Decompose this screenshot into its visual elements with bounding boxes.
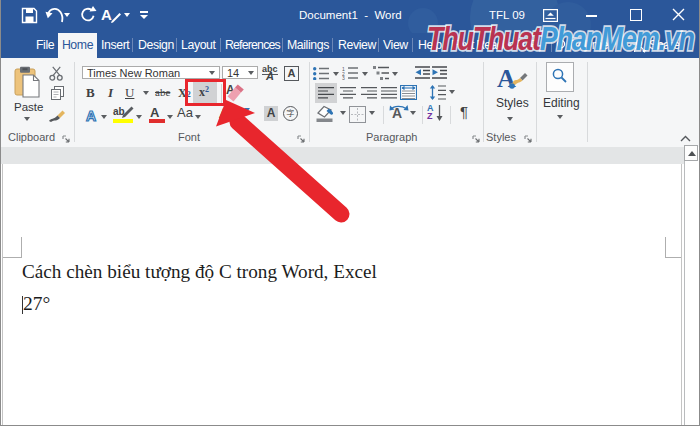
svg-text:3: 3 xyxy=(342,75,345,80)
